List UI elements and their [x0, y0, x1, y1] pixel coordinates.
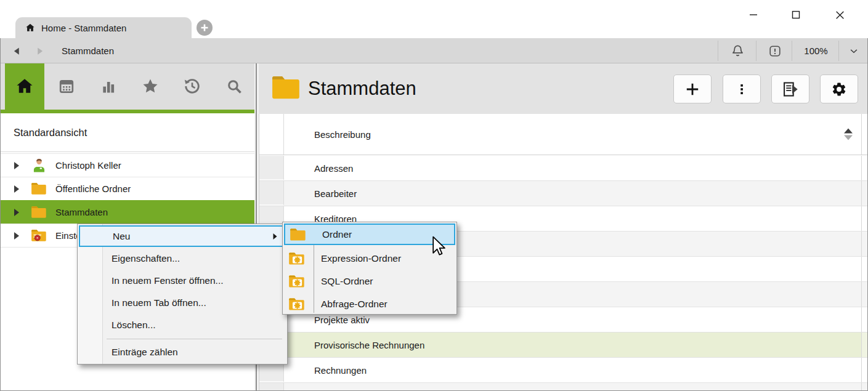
- row-strip: [861, 232, 868, 256]
- person-icon: [31, 158, 47, 172]
- divider: [718, 41, 718, 61]
- submenu-item-sql-ordner[interactable]: SQL-Ordner: [283, 270, 456, 292]
- tab-home-stammdaten[interactable]: Home - Stammdaten: [15, 17, 192, 38]
- report-arrow-icon: [782, 81, 799, 98]
- sort-desc-icon: [844, 135, 853, 140]
- submenu-item-abfrage-ordner[interactable]: Abfrage-Ordner: [283, 292, 456, 315]
- close-button[interactable]: [827, 5, 852, 25]
- maximize-button[interactable]: [784, 5, 808, 25]
- sidebar-tab-search[interactable]: [221, 71, 248, 101]
- menu-item-neu[interactable]: Neu: [79, 225, 286, 247]
- chevron-down-icon: [848, 46, 859, 57]
- plus-icon: [200, 23, 209, 32]
- alerts-button[interactable]: [758, 38, 792, 63]
- menu-item-eigenschaften[interactable]: Eigenschaften...: [78, 248, 287, 270]
- context-menu: Neu Eigenschaften... In neuem Fenster öf…: [77, 224, 288, 365]
- row-strip: [861, 358, 868, 382]
- row-label: Projekte aktiv: [314, 315, 370, 325]
- settings-button[interactable]: [820, 75, 858, 103]
- row-strip: [861, 282, 868, 307]
- folder-gear-icon: [288, 274, 306, 289]
- row-label: Bearbeiter: [314, 188, 357, 199]
- tree-item-label: Öffentliche Ordner: [55, 183, 131, 194]
- search-icon: [225, 78, 243, 95]
- sidebar-tab-statistics[interactable]: [95, 71, 122, 101]
- more-options-button[interactable]: [723, 75, 761, 103]
- menu-item-label: In neuem Tab öffnen...: [112, 297, 206, 308]
- expand-caret-icon[interactable]: [13, 162, 20, 169]
- minimize-icon: [748, 10, 758, 20]
- menu-item-loeschen[interactable]: Löschen...: [78, 314, 287, 336]
- breadcrumb[interactable]: Stammdaten: [62, 38, 114, 63]
- expand-menu-button[interactable]: [840, 38, 867, 63]
- divider: [756, 41, 756, 61]
- submenu-item-label: Expression-Ordner: [321, 253, 401, 264]
- folder-icon: [31, 182, 47, 196]
- kebab-menu-icon: [734, 82, 749, 97]
- sort-icon[interactable]: [844, 129, 853, 140]
- row-strip: [861, 206, 868, 231]
- maximize-icon: [791, 10, 801, 20]
- table-row-highlighted[interactable]: Provisorische Rechnungen: [259, 333, 868, 358]
- tree-item-stammdaten[interactable]: Stammdaten: [0, 200, 254, 224]
- folder-gear-icon: [288, 297, 306, 312]
- table-row[interactable]: Rechnungen: [259, 358, 868, 383]
- submenu-item-label: Ordner: [322, 229, 352, 240]
- menu-item-eintraege-zaehlen[interactable]: Einträge zählen: [78, 341, 287, 363]
- table-row[interactable]: Bearbeiter: [259, 181, 868, 206]
- row-gutter[interactable]: [259, 383, 284, 391]
- submenu-item-ordner[interactable]: Ordner: [284, 224, 455, 245]
- sidebar-tab-favorites[interactable]: [137, 71, 164, 101]
- back-icon: [11, 46, 22, 57]
- minimize-button[interactable]: [741, 5, 766, 25]
- table-row[interactable]: Adressen: [259, 156, 868, 181]
- expand-caret-icon[interactable]: [13, 232, 20, 240]
- expand-caret-icon[interactable]: [13, 185, 20, 193]
- page-title: Stammdaten: [308, 63, 416, 114]
- submenu-item-expression-ordner[interactable]: Expression-Ordner: [283, 247, 456, 270]
- submenu-arrow-icon: [273, 233, 277, 240]
- row-label: Adressen: [314, 163, 353, 174]
- table-header-row: Beschreibung: [259, 114, 868, 155]
- menu-item-label: In neuem Fenster öffnen...: [112, 275, 224, 286]
- row-strip: [861, 383, 868, 391]
- folder-icon: [31, 205, 47, 219]
- sidebar-tab-home[interactable]: [11, 71, 38, 101]
- tree-item-label: Stammdaten: [55, 207, 108, 217]
- close-icon: [835, 10, 845, 20]
- tab-title: Home - Stammdaten: [41, 23, 126, 33]
- tree-item-label: Christoph Keller: [55, 160, 121, 171]
- menu-item-in-neuem-tab-oeffnen[interactable]: In neuem Tab öffnen...: [78, 292, 287, 314]
- expand-caret-icon[interactable]: [13, 209, 20, 216]
- menu-item-label: Neu: [113, 231, 130, 242]
- zoom-level[interactable]: 100%: [793, 38, 838, 63]
- notifications-button[interactable]: [720, 38, 755, 63]
- report-button[interactable]: [771, 75, 809, 103]
- divider: [792, 41, 792, 61]
- back-button[interactable]: [6, 38, 27, 63]
- forward-button[interactable]: [30, 38, 51, 63]
- sidebar-tab-history[interactable]: [179, 71, 206, 101]
- column-header-beschreibung[interactable]: Beschreibung: [284, 114, 861, 155]
- tree-item-oeffentliche-ordner[interactable]: Öffentliche Ordner: [0, 177, 254, 200]
- view-title: Standardansicht: [0, 113, 254, 152]
- row-strip: [861, 181, 868, 206]
- history-icon: [183, 77, 201, 95]
- row-label: Provisorische Rechnungen: [314, 340, 424, 350]
- row-gutter[interactable]: [259, 181, 284, 206]
- gear-icon: [831, 81, 847, 97]
- table-row[interactable]: [259, 383, 868, 391]
- add-button[interactable]: [673, 75, 712, 103]
- sidebar-tab-calendar[interactable]: [53, 71, 80, 101]
- folder-settings-icon: [31, 228, 47, 243]
- star-icon: [141, 77, 160, 95]
- row-strip: [861, 257, 868, 281]
- menu-item-in-neuem-fenster-oeffnen[interactable]: In neuem Fenster öffnen...: [78, 270, 287, 292]
- row-gutter[interactable]: [259, 156, 284, 180]
- menu-item-label: Eigenschaften...: [112, 253, 180, 264]
- tree-item-christoph-keller[interactable]: Christoph Keller: [0, 153, 254, 177]
- home-icon: [25, 23, 35, 33]
- new-tab-button[interactable]: [197, 20, 213, 36]
- submenu-item-label: Abfrage-Ordner: [321, 299, 387, 310]
- bell-icon: [731, 44, 745, 58]
